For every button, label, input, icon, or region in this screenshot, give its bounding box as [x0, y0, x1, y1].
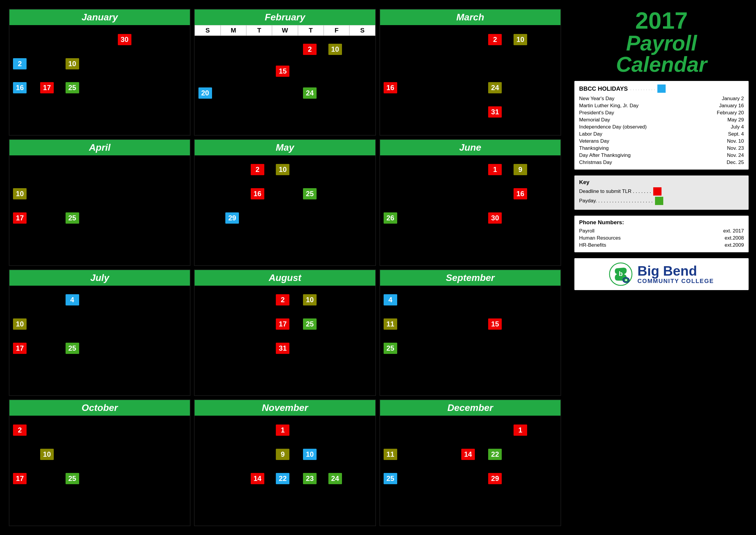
day-badge-14: 14 — [461, 449, 475, 460]
day-badge-24: 24 — [488, 82, 502, 93]
day-badge-25: 25 — [66, 82, 79, 93]
month-body-november: 191014222324 — [195, 416, 375, 525]
month-february: FebruarySMTWTFS210152024 — [194, 9, 376, 136]
day-badge-10: 10 — [276, 164, 289, 175]
day-badge-17: 17 — [13, 473, 27, 484]
holiday-item: Memorial DayMay 29 — [579, 116, 744, 124]
month-body-august: 210172531 — [195, 286, 375, 396]
day-badge-2: 2 — [251, 164, 264, 175]
month-body-january: 30210161725 — [10, 25, 190, 135]
month-body-may: 210162529 — [195, 155, 375, 265]
month-title-may: May — [195, 140, 375, 155]
day-badge-30: 30 — [488, 212, 502, 224]
key-green-indicator — [655, 197, 663, 205]
holiday-item: Labor DaySept. 4 — [579, 130, 744, 138]
day-badge-1: 1 — [488, 164, 502, 175]
month-title-december: December — [380, 400, 560, 416]
month-body-february: 210152024 — [195, 36, 375, 135]
month-title-march: March — [380, 10, 560, 25]
day-badge-10: 10 — [514, 34, 527, 45]
month-title-november: November — [195, 400, 375, 416]
holiday-item: Christmas DayDec. 25 — [579, 159, 744, 166]
phone-item: Payrollext. 2017 — [579, 227, 744, 235]
day-badge-17: 17 — [13, 343, 27, 354]
day-badge-10: 10 — [303, 294, 316, 305]
day-badge-1: 1 — [276, 425, 289, 436]
holiday-item: Day After ThanksgivingNov. 24 — [579, 152, 744, 159]
month-body-march: 210162431 — [380, 25, 560, 135]
logo-subtitle: COMMUNITY COLLEGE — [637, 278, 714, 285]
phone-title: Phone Numbers: — [579, 219, 744, 226]
logo-icon: b — [609, 262, 633, 286]
day-badge-11: 11 — [384, 319, 397, 330]
month-july: July4101725 — [9, 269, 190, 396]
day-badge-9: 9 — [276, 449, 289, 460]
month-title-january: January — [10, 10, 190, 25]
holiday-blue-indicator — [657, 84, 666, 93]
day-badge-17: 17 — [13, 212, 27, 224]
day-badge-9: 9 — [514, 164, 527, 175]
month-june: June19162630 — [379, 139, 561, 266]
month-body-september: 4111525 — [380, 286, 560, 396]
month-title-august: August — [195, 270, 375, 286]
day-badge-26: 26 — [384, 212, 397, 224]
day-badge-25: 25 — [66, 212, 79, 224]
phones-list: Payrollext. 2017Human Resourcesext.2008H… — [579, 227, 744, 249]
day-badge-4: 4 — [384, 294, 397, 305]
month-title-july: July — [10, 270, 190, 286]
month-september: September4111525 — [379, 269, 561, 396]
month-august: August210172531 — [194, 269, 376, 396]
holidays-box: BBCC HOLIDAYS . . . . . . . . . . New Ye… — [574, 81, 749, 170]
day-badge-20: 20 — [199, 87, 212, 99]
day-badge-10: 10 — [303, 449, 316, 460]
day-badge-16: 16 — [514, 188, 527, 199]
day-badge-23: 23 — [303, 473, 316, 484]
holiday-item: New Year's DayJanuary 2 — [579, 95, 744, 102]
holiday-item: ThanksgivingNov. 23 — [579, 145, 744, 152]
sidebar: 2017 Payroll Calendar BBCC HOLIDAYS . . … — [567, 0, 756, 535]
month-title-october: October — [10, 400, 190, 416]
day-badge-10: 10 — [66, 58, 79, 70]
phone-box: Phone Numbers: Payrollext. 2017Human Res… — [574, 216, 749, 252]
key-tlr-row: Deadline to submit TLR . . . . . . . — [579, 187, 744, 196]
day-badge-30: 30 — [118, 34, 131, 45]
day-badge-25: 25 — [66, 343, 79, 354]
month-may: May210162529 — [194, 139, 376, 266]
holiday-item: Independence Day (observed)July 4 — [579, 124, 744, 130]
logo-name: Big Bend — [637, 264, 714, 278]
month-december: December11114222529 — [379, 399, 561, 526]
day-badge-24: 24 — [303, 87, 316, 99]
day-badge-15: 15 — [488, 319, 502, 330]
holidays-title: BBCC HOLIDAYS . . . . . . . . . . — [579, 84, 744, 93]
month-body-april: 101725 — [10, 155, 190, 265]
month-april: April101725 — [9, 139, 190, 266]
key-red-indicator — [653, 187, 662, 196]
day-badge-16: 16 — [251, 188, 264, 199]
year-title: 2017 — [574, 9, 749, 33]
day-badge-4: 4 — [66, 294, 79, 305]
phone-item: Human Resourcesext.2008 — [579, 235, 744, 242]
day-badge-15: 15 — [276, 66, 289, 77]
svg-point-4 — [625, 279, 627, 281]
day-badge-25: 25 — [384, 473, 397, 484]
holiday-item: Martin Luther King, Jr. DayJanuary 16 — [579, 102, 744, 109]
day-badge-24: 24 — [328, 473, 342, 484]
month-body-june: 19162630 — [380, 155, 560, 265]
day-badge-25: 25 — [303, 319, 316, 330]
month-title-april: April — [10, 140, 190, 155]
key-box: Key Deadline to submit TLR . . . . . . .… — [574, 176, 749, 210]
day-badge-16: 16 — [13, 82, 27, 93]
holidays-list: New Year's DayJanuary 2Martin Luther Kin… — [579, 95, 744, 166]
day-badge-29: 29 — [488, 473, 502, 484]
day-badge-17: 17 — [276, 319, 289, 330]
phone-item: HR-Benefitsext.2009 — [579, 242, 744, 249]
day-badge-2: 2 — [13, 425, 27, 436]
day-badge-2: 2 — [488, 34, 502, 45]
day-badge-17: 17 — [40, 82, 54, 93]
key-payday-row: Payday. . . . . . . . . . . . . . . . . … — [579, 197, 744, 205]
month-body-october: 2101725 — [10, 416, 190, 525]
month-title-september: September — [380, 270, 560, 286]
day-badge-14: 14 — [251, 473, 264, 484]
day-badge-29: 29 — [225, 212, 239, 224]
month-body-december: 11114222529 — [380, 416, 560, 525]
